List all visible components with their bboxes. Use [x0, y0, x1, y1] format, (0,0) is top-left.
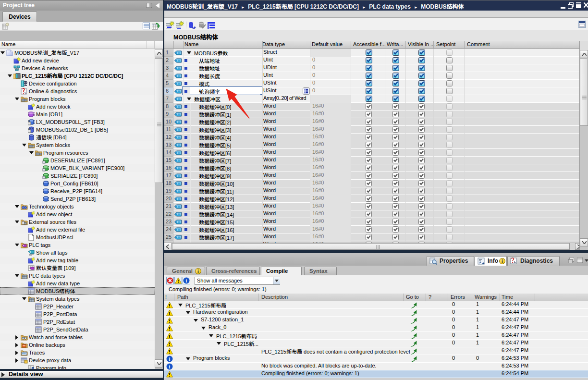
svg-text:i: i — [169, 356, 171, 362]
svg-text:i: i — [169, 364, 171, 369]
svg-text:i: i — [186, 278, 187, 283]
